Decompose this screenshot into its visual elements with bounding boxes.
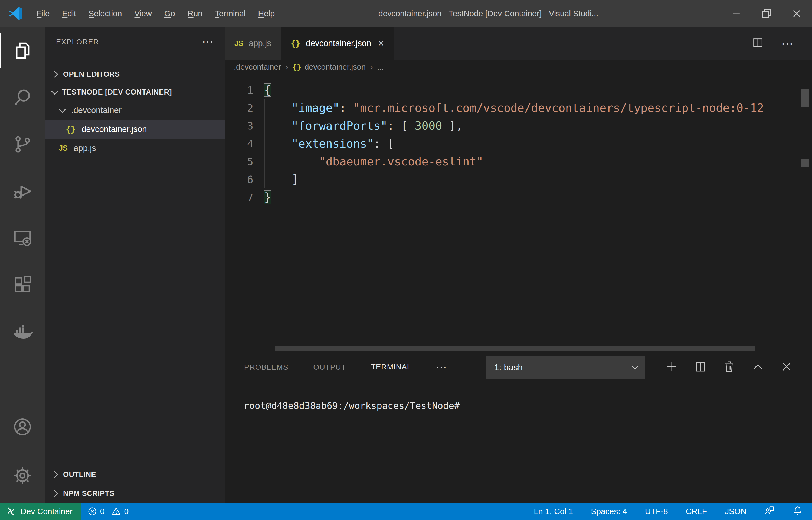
panel-tab-problems[interactable]: PROBLEMS <box>244 360 289 375</box>
horizontal-scrollbar-thumb[interactable] <box>275 346 755 351</box>
problems-status[interactable]: 0 0 <box>81 507 132 516</box>
run-debug-icon <box>12 181 33 202</box>
section-npm-scripts[interactable]: NPM SCRIPTS <box>45 484 225 503</box>
code-line: 6 ] <box>225 171 812 188</box>
code-line: 1{ <box>225 81 812 99</box>
feedback-icon[interactable] <box>764 505 775 518</box>
line-content: "dbaeumer.vscode-eslint" <box>264 153 483 171</box>
sidebar-more-actions-icon[interactable]: ⋯ <box>202 39 214 45</box>
sidebar-title: EXPLORER <box>56 38 99 46</box>
status-bar-right: Ln 1, Col 1Spaces: 4UTF-8CRLFJSON <box>534 505 812 518</box>
status-bar: Dev Container 0 0 Ln 1, Col 1Spaces: 4UT… <box>0 503 812 520</box>
tree-item-app-js[interactable]: JSapp.js <box>45 139 225 158</box>
menu-edit[interactable]: Edit <box>56 7 82 20</box>
remote-label: Dev Container <box>21 507 73 516</box>
terminal-selector[interactable]: 1: bash <box>486 356 645 379</box>
tab-app-js[interactable]: JSapp.js <box>225 27 281 59</box>
json-file-icon: {} <box>291 39 301 48</box>
line-number[interactable]: 5 <box>225 153 253 171</box>
tree-item--devcontainer[interactable]: .devcontainer <box>45 101 225 120</box>
code-token: : [ <box>387 119 415 132</box>
indent-guide <box>264 99 265 188</box>
status-json[interactable]: JSON <box>725 507 747 516</box>
line-content: "image": "mcr.microsoft.com/vscode/devco… <box>264 99 764 117</box>
tab-label: devcontainer.json <box>306 38 371 48</box>
minimize-button[interactable] <box>721 0 751 27</box>
new-terminal-icon[interactable] <box>665 360 678 374</box>
panel-tab-terminal[interactable]: TERMINAL <box>370 359 412 375</box>
json-file-icon: {} <box>66 125 76 134</box>
open-editors-section[interactable]: OPEN EDITORS <box>45 66 225 83</box>
chevron-down-icon <box>51 88 58 95</box>
menu-terminal[interactable]: Terminal <box>209 7 252 20</box>
breadcrumb-item[interactable]: .devcontainer <box>234 62 281 72</box>
tree-indent-guide <box>60 120 60 139</box>
line-number[interactable]: 6 <box>225 171 253 188</box>
activity-settings[interactable] <box>0 451 45 500</box>
split-terminal-icon[interactable] <box>694 360 707 374</box>
menu-run[interactable]: Run <box>181 7 209 20</box>
code-line: 7} <box>225 188 812 206</box>
section-outline[interactable]: OUTLINE <box>45 465 225 484</box>
line-number[interactable]: 1 <box>225 81 253 99</box>
docker-icon <box>12 321 33 342</box>
tree-item-label: app.js <box>74 143 96 153</box>
line-number[interactable]: 3 <box>225 117 253 135</box>
code-editor[interactable]: 1{2 "image": "mcr.microsoft.com/vscode/d… <box>225 74 812 352</box>
line-number[interactable]: 7 <box>225 188 253 206</box>
window-controls <box>721 0 812 27</box>
activity-source-control[interactable] <box>0 121 45 167</box>
code-token: : [ <box>374 137 394 150</box>
code-token: ] <box>264 173 298 186</box>
split-editor-icon[interactable] <box>752 36 764 50</box>
line-number[interactable]: 4 <box>225 135 253 153</box>
editor-area: JSapp.js{}devcontainer.json× ⋯ .devconta… <box>225 27 812 503</box>
menu-help[interactable]: Help <box>252 7 281 20</box>
kill-terminal-icon[interactable] <box>723 360 736 374</box>
activity-remote-explorer[interactable] <box>0 214 45 261</box>
breadcrumb: .devcontainer›{}devcontainer.json›... <box>225 59 812 74</box>
close-panel-icon[interactable] <box>780 360 793 374</box>
menu-selection[interactable]: Selection <box>82 7 128 20</box>
menu-file[interactable]: File <box>30 7 56 20</box>
status-utf-8[interactable]: UTF-8 <box>645 507 668 516</box>
title-bar: FileEditSelectionViewGoRunTerminalHelp d… <box>0 0 812 27</box>
notifications-bell-icon[interactable] <box>792 505 803 518</box>
status-crlf[interactable]: CRLF <box>686 507 707 516</box>
activity-run-debug[interactable] <box>0 167 45 214</box>
maximize-panel-icon[interactable] <box>751 360 764 374</box>
panel-more-actions-icon[interactable]: ⋯ <box>436 361 447 373</box>
breadcrumb-label: devcontainer.json <box>305 62 366 72</box>
close-window-button[interactable] <box>782 0 812 27</box>
terminal[interactable]: root@d48e8d38ab69:/workspaces/TestNode# <box>225 383 812 411</box>
panel-tab-output[interactable]: OUTPUT <box>313 360 347 375</box>
activity-search[interactable] <box>0 74 45 121</box>
menu-view[interactable]: View <box>128 7 158 20</box>
open-editors-label: OPEN EDITORS <box>63 70 120 79</box>
activity-docker[interactable] <box>0 308 45 355</box>
tabs: JSapp.js{}devcontainer.json× <box>225 27 394 59</box>
menu-go[interactable]: Go <box>158 7 181 20</box>
restore-button[interactable] <box>751 0 782 27</box>
chevron-down-icon <box>59 106 65 113</box>
activity-extensions[interactable] <box>0 261 45 308</box>
settings-icon <box>12 465 33 486</box>
more-actions-icon[interactable]: ⋯ <box>781 36 794 50</box>
chevron-right-icon <box>51 490 58 497</box>
tab-devcontainer-json[interactable]: {}devcontainer.json× <box>281 27 394 59</box>
window-title: devcontainer.json - TestNode [Dev Contai… <box>379 0 598 27</box>
tree-item-devcontainer-json[interactable]: {}devcontainer.json <box>45 120 225 139</box>
close-tab-icon[interactable]: × <box>378 37 384 49</box>
breadcrumb-item[interactable]: {}devcontainer.json <box>292 62 366 72</box>
remote-indicator[interactable]: Dev Container <box>0 503 81 520</box>
tab-label: app.js <box>249 38 271 48</box>
status-ln-1-col-1[interactable]: Ln 1, Col 1 <box>534 507 573 516</box>
line-number[interactable]: 2 <box>225 99 253 117</box>
workspace-section[interactable]: TESTNODE [DEV CONTAINER] <box>45 83 225 101</box>
line-content: ] <box>264 171 298 188</box>
error-icon <box>88 507 97 516</box>
status-spaces-4[interactable]: Spaces: 4 <box>591 507 627 516</box>
activity-explorer[interactable] <box>0 27 45 74</box>
activity-account[interactable] <box>0 402 45 451</box>
breadcrumb-item[interactable]: ... <box>377 62 384 72</box>
